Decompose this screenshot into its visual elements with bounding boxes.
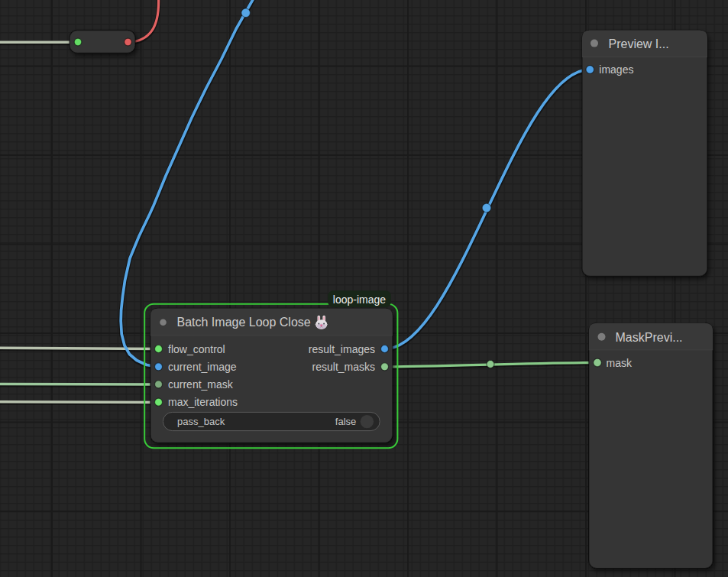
svg-text:Preview I...: Preview I...: [609, 37, 669, 50]
svg-text:Batch Image Loop Close: Batch Image Loop Close: [177, 316, 311, 329]
svg-text:images: images: [599, 63, 633, 76]
svg-text:MaskPrevi...: MaskPrevi...: [616, 331, 683, 344]
svg-text:mask: mask: [607, 357, 633, 369]
svg-text:pass_back: pass_back: [177, 416, 225, 427]
svg-text:current_mask: current_mask: [168, 378, 234, 391]
svg-text:result_images: result_images: [309, 343, 375, 355]
svg-text:flow_control: flow_control: [168, 343, 225, 355]
svg-text:max_iterations: max_iterations: [168, 396, 238, 408]
svg-text:current_image: current_image: [168, 361, 237, 373]
svg-text:loop-image: loop-image: [333, 293, 386, 306]
svg-text:false: false: [335, 416, 356, 427]
svg-text:result_masks: result_masks: [312, 361, 375, 373]
